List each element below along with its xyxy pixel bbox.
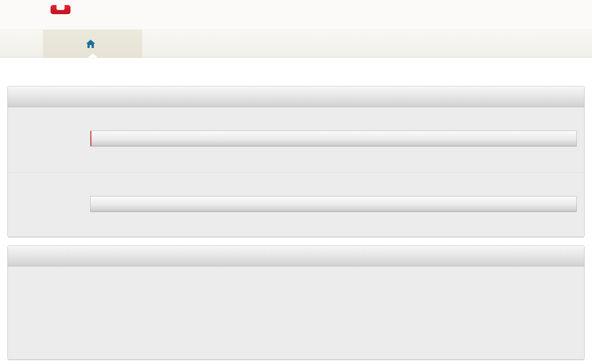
disk-fetches-per-second-chart [307, 276, 551, 359]
disk-usage-bar [90, 196, 577, 212]
couchbase-logo [33, 3, 88, 16]
ram-overview-content [90, 107, 577, 172]
ram-overview-label [13, 131, 97, 146]
utility-links [547, 4, 564, 10]
ram-usage-bar [90, 131, 577, 146]
active-tab-pointer [87, 54, 98, 58]
disk-overview-label [13, 196, 97, 212]
disk-overview-row [8, 172, 584, 237]
couchbase-logo-icon [51, 5, 71, 14]
ram-quota-marker [91, 131, 91, 146]
buckets-charts [8, 266, 584, 360]
couchbase-console [0, 0, 592, 364]
disk-overview-content [90, 173, 577, 237]
buckets-panel [7, 245, 585, 360]
operations-per-second-chart [42, 276, 286, 359]
ram-overview-row [8, 107, 584, 172]
main-nav [0, 29, 592, 58]
top-header [0, 0, 592, 29]
cluster-panel [7, 86, 585, 237]
home-icon [86, 40, 95, 48]
cluster-panel-header [8, 86, 584, 107]
buckets-panel-header [8, 246, 584, 266]
